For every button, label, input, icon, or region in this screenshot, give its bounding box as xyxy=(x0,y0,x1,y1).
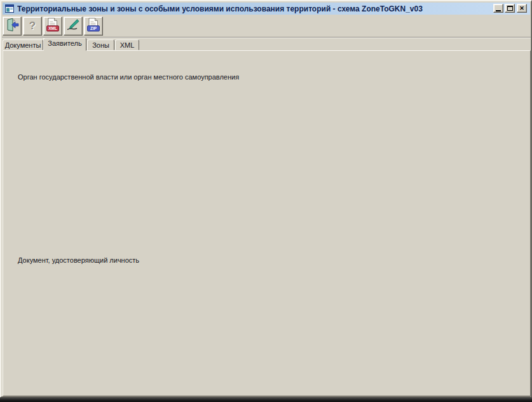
window-title: Территориальные зоны и зоны с особыми ус… xyxy=(17,4,423,13)
applicant-tab-panel xyxy=(3,50,531,396)
sign-button[interactable] xyxy=(64,17,83,36)
titlebar: Территориальные зоны и зоны с особыми ус… xyxy=(3,3,530,15)
close-button[interactable]: ✕ xyxy=(517,4,527,13)
svg-text:XML: XML xyxy=(48,26,57,31)
xml-file-icon: XML xyxy=(45,17,60,35)
maximize-button[interactable] xyxy=(505,4,515,13)
zip-file-icon: ZIP xyxy=(86,17,101,35)
app-window: Территориальные зоны и зоны с особыми ус… xyxy=(0,0,532,398)
question-icon: ? xyxy=(29,20,36,32)
identity-doc-legend: Документ, удостоверяющий личность xyxy=(15,256,142,264)
close-icon: ✕ xyxy=(519,6,524,11)
gov-body-legend: Орган государственной власти или орган м… xyxy=(15,73,242,81)
exit-door-icon xyxy=(4,17,20,35)
export-zip-button[interactable]: ZIP xyxy=(84,17,103,36)
signature-pen-icon xyxy=(65,17,81,35)
tab-applicant[interactable]: Заявитель xyxy=(43,38,86,51)
app-icon[interactable] xyxy=(5,4,15,13)
window-controls: ✕ xyxy=(492,4,527,13)
tab-xml[interactable]: XML xyxy=(115,39,139,50)
minimize-icon xyxy=(496,10,501,11)
maximize-icon xyxy=(507,6,513,11)
exit-button[interactable] xyxy=(3,17,22,36)
minimize-button[interactable] xyxy=(493,4,503,13)
svg-text:ZIP: ZIP xyxy=(90,26,97,31)
tab-documents[interactable]: Документы xyxy=(3,39,43,50)
tab-zones[interactable]: Зоны xyxy=(87,39,114,50)
help-button[interactable]: ? xyxy=(23,17,42,36)
desktop-edge xyxy=(0,398,532,402)
export-xml-button[interactable]: XML xyxy=(43,17,62,36)
